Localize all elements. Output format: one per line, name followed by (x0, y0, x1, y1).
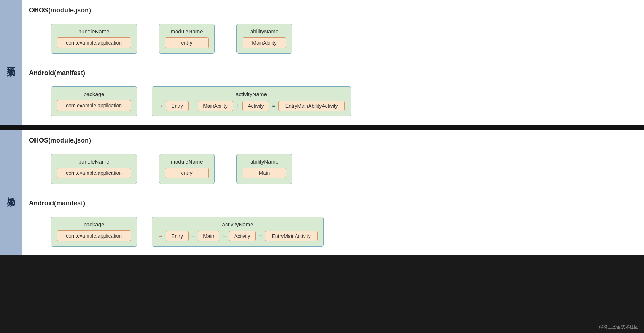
scene2-activityname-card: activityName → Entry + Main + Activity =… (152, 217, 324, 247)
scene1-package-value: com.example.application (57, 100, 131, 111)
scene2-result-pill: EntryMainActivity (265, 231, 318, 241)
scene2-modulename-card: moduleName entry (159, 154, 215, 184)
scene1-ohos-row: bundleName com.example.application modul… (29, 20, 633, 57)
scene1-entry-pill: Entry (166, 101, 189, 111)
scene2-activityname-label: activityName (222, 221, 253, 227)
scene2-equals: = (258, 233, 263, 239)
scene1-modulename-label: moduleName (170, 28, 203, 34)
scene1-arrow-in: → (158, 103, 164, 109)
scene1-abilityname-card: abilityName MainAbility (236, 24, 292, 54)
scene1-bundlename-card: bundleName com.example.application (51, 24, 137, 54)
scene2-plus1: + (191, 233, 195, 239)
watermark: @稀土掘金技术社区 (599, 324, 638, 330)
scene1-mainability-pill: MainAbility (198, 101, 233, 111)
scene1-activityname-card: activityName → Entry + MainAbility + Act… (152, 86, 351, 116)
scene2-activity-formula: → Entry + Main + Activity = EntryMainAct… (158, 231, 318, 241)
scene1-modulename-card: moduleName entry (159, 24, 215, 54)
scene1-result-pill: EntryMainAbilityActivity (278, 101, 345, 111)
scene2-label: 场景二 (0, 130, 22, 255)
scene2-plus2: + (222, 233, 226, 239)
scene1-modulename-value: entry (165, 37, 209, 48)
scene2-wrapper: 场景二 OHOS(module.json) bundleName com.exa… (0, 130, 644, 255)
scene2-modulename-value: entry (165, 168, 209, 178)
scene1-package-card: package com.example.application (51, 86, 137, 116)
scene1-abilityname-value: MainAbility (243, 37, 286, 48)
scene1-android-section: Android(manifest) package com.example.ap… (22, 64, 644, 125)
scene2-content: OHOS(module.json) bundleName com.example… (22, 130, 644, 255)
scene1-plus2: + (235, 103, 240, 109)
scene2-bundlename-value: com.example.application (57, 168, 131, 178)
scene1-activity-pill: Activity (242, 101, 269, 111)
scene2-android-title: Android(manifest) (29, 200, 637, 207)
scene1-content: OHOS(module.json) bundleName com.example… (22, 0, 644, 125)
scene1-equals: = (272, 103, 276, 109)
scene1-package-label: package (84, 91, 104, 97)
scene1-android-title: Android(manifest) (29, 69, 637, 77)
scene2-ohos-section: OHOS(module.json) bundleName com.example… (22, 130, 644, 194)
scene2-entry-pill: Entry (166, 231, 189, 241)
scene2-arrow-in: → (158, 233, 164, 239)
scene1-activityname-label: activityName (236, 91, 267, 97)
scene2-package-label: package (84, 221, 104, 227)
scene2-modulename-label: moduleName (170, 159, 203, 165)
scene2-abilityname-card: abilityName Main (236, 154, 292, 184)
scene1-bundlename-value: com.example.application (57, 37, 131, 48)
scene1-bundlename-label: bundleName (79, 28, 110, 34)
scene2-main-pill: Main (198, 231, 219, 241)
scene-divider-bar (0, 125, 644, 130)
scene2-package-value: com.example.application (57, 230, 131, 241)
scene1-wrapper: 场景一 OHOS(module.json) bundleName com.exa… (0, 0, 644, 125)
scene1-plus1: + (191, 103, 195, 109)
scene2-activity-pill: Activity (229, 231, 256, 241)
scene1-android-row: package com.example.application activity… (29, 83, 637, 120)
scene2-android-section: Android(manifest) package com.example.ap… (22, 194, 644, 255)
scene2-abilityname-label: abilityName (250, 159, 278, 165)
scene2-package-card: package com.example.application (51, 217, 137, 247)
scene2-abilityname-value: Main (243, 168, 286, 178)
scene1-label: 场景一 (0, 0, 22, 125)
scene2-android-row: package com.example.application activity… (29, 213, 637, 250)
scene1-ohos-section: OHOS(module.json) bundleName com.example… (22, 0, 644, 64)
scene1-abilityname-label: abilityName (250, 28, 278, 34)
scene1-activity-formula: → Entry + MainAbility + Activity = Entry… (158, 101, 344, 111)
scene1-ohos-title: OHOS(module.json) (29, 7, 633, 14)
scene2-ohos-row: bundleName com.example.application modul… (29, 150, 633, 188)
scene2-bundlename-label: bundleName (79, 159, 110, 165)
scene2-ohos-title: OHOS(module.json) (29, 137, 633, 144)
scene2-bundlename-card: bundleName com.example.application (51, 154, 137, 184)
